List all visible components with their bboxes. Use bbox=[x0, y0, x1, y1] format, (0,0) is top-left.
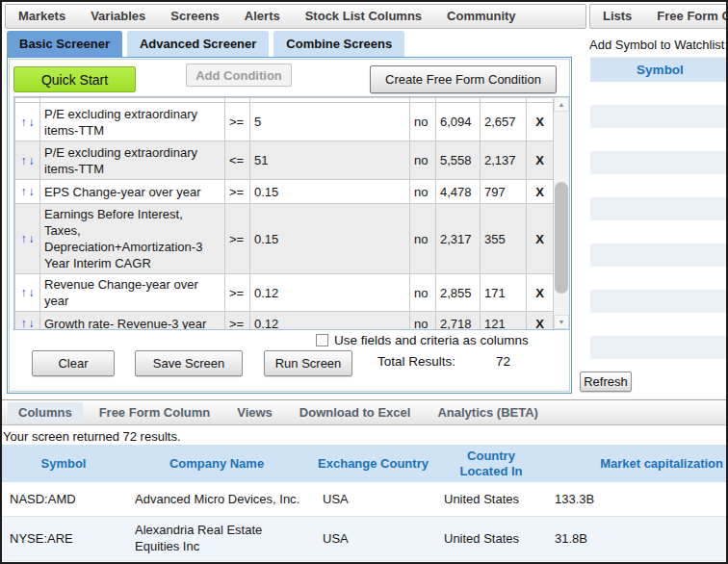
results-menu-analytics-beta[interactable]: Analytics (BETA) bbox=[427, 402, 549, 423]
condition-field: Growth rate- Revenue-3 year bbox=[40, 312, 225, 331]
menu-item-stock-list-columns[interactable]: Stock List Columns bbox=[293, 5, 434, 28]
condition-field: Revenue Change-year over year bbox=[40, 274, 225, 312]
delete-condition-button[interactable]: X bbox=[527, 274, 554, 312]
menu-item-lists[interactable]: Lists bbox=[590, 5, 644, 28]
result-market_capitalization: 133.3B bbox=[544, 482, 726, 516]
delete-condition-button[interactable]: X bbox=[527, 141, 554, 180]
condition-flag: no bbox=[410, 274, 436, 312]
delete-condition-button[interactable]: X bbox=[527, 103, 554, 141]
quick-start-button[interactable]: Quick Start bbox=[13, 66, 136, 92]
scroll-down-icon[interactable]: ▼ bbox=[554, 315, 569, 329]
move-up-icon[interactable]: ↑ bbox=[20, 286, 28, 299]
results-menu-download-to-excel[interactable]: Download to Excel bbox=[289, 402, 422, 423]
results-menubar: ColumnsFree Form ColumnViewsDownload to … bbox=[2, 399, 726, 425]
condition-count-universe: 6,094 bbox=[436, 103, 481, 141]
results-header-company-name[interactable]: Company Name bbox=[125, 445, 308, 482]
results-section: SymbolCompany NameExchange CountryCountr… bbox=[2, 445, 726, 561]
tab-basic-screener[interactable]: Basic Screener bbox=[7, 31, 122, 57]
results-header-exchange-country[interactable]: Exchange Country bbox=[308, 445, 438, 482]
results-row[interactable]: NYSE:AREAlexandria Real Estate Equities … bbox=[2, 516, 726, 560]
move-up-icon[interactable]: ↑ bbox=[20, 185, 28, 198]
total-results-label: Total Results: bbox=[377, 354, 455, 369]
menu-item-screens[interactable]: Screens bbox=[158, 5, 232, 28]
condition-flag: no bbox=[410, 180, 436, 204]
watchlist-row bbox=[590, 220, 728, 244]
save-screen-button[interactable]: Save Screen bbox=[135, 350, 243, 376]
result-company_name: Alexandria Real Estate Equities Inc bbox=[125, 516, 308, 560]
run-screen-button[interactable]: Run Screen bbox=[264, 350, 352, 376]
menu-item-free-form-column[interactable]: Free Form Column bbox=[644, 5, 728, 28]
delete-condition-button[interactable]: X bbox=[527, 180, 554, 204]
results-menu-free-form-column[interactable]: Free Form Column bbox=[89, 402, 221, 423]
result-country_located_in: United States bbox=[438, 516, 544, 560]
refresh-button[interactable]: Refresh bbox=[580, 372, 632, 392]
results-header-symbol[interactable]: Symbol bbox=[2, 445, 125, 482]
move-up-icon[interactable]: ↑ bbox=[20, 317, 28, 330]
condition-row: ↑↓P/E excluding extraordinary items-TTM<… bbox=[15, 141, 554, 180]
menu-item-variables[interactable]: Variables bbox=[78, 5, 158, 28]
condition-operator: >= bbox=[225, 180, 250, 204]
condition-operator: >= bbox=[225, 312, 250, 331]
clear-button[interactable]: Clear bbox=[32, 350, 115, 376]
condition-count-passing: 2,137 bbox=[481, 141, 527, 180]
create-free-form-condition-button[interactable]: Create Free Form Condition bbox=[370, 65, 557, 93]
move-down-icon[interactable]: ↓ bbox=[28, 317, 36, 330]
menu-item-community[interactable]: Community bbox=[434, 5, 529, 28]
watchlist-row bbox=[590, 267, 728, 290]
condition-flag: no bbox=[410, 204, 436, 274]
results-header-country-located-in[interactable]: Country Located In bbox=[438, 445, 544, 482]
watchlist-row bbox=[590, 313, 728, 336]
watchlist-row bbox=[590, 82, 728, 105]
results-menu-views[interactable]: Views bbox=[226, 402, 283, 423]
result-company_name: Advanced Micro Devices, Inc. bbox=[125, 482, 308, 516]
results-menu-columns[interactable]: Columns bbox=[8, 402, 83, 423]
move-down-icon[interactable]: ↓ bbox=[28, 115, 36, 129]
watchlist-row bbox=[590, 174, 728, 197]
result-exchange_country: USA bbox=[308, 482, 438, 516]
condition-row: ↑↓Revenue Change-year over year>=0.12no2… bbox=[15, 274, 554, 312]
use-fields-checkbox[interactable] bbox=[316, 334, 328, 346]
menu-item-markets[interactable]: Markets bbox=[6, 5, 78, 28]
move-down-icon[interactable]: ↓ bbox=[28, 154, 36, 167]
watchlist-row bbox=[590, 105, 728, 128]
basic-screener-panel: Quick Start Add Condition Create Free Fo… bbox=[7, 57, 572, 394]
app-window: MarketsVariablesScreensAlertsStock List … bbox=[0, 0, 728, 564]
basic-screener-panel-inner: Quick Start Add Condition Create Free Fo… bbox=[9, 59, 570, 392]
results-row[interactable]: NASD:AMDAdvanced Micro Devices, Inc.USAU… bbox=[2, 482, 726, 516]
watchlist-row bbox=[590, 244, 728, 267]
scroll-up-icon[interactable]: ▲ bbox=[554, 97, 569, 112]
results-header-market-capitalization[interactable]: Market capitalization bbox=[544, 445, 726, 482]
move-down-icon[interactable]: ↓ bbox=[28, 185, 36, 198]
condition-operator: >= bbox=[225, 204, 250, 274]
use-fields-row: Use fields and criteria as columns bbox=[316, 333, 529, 347]
move-up-icon[interactable]: ↑ bbox=[20, 232, 28, 245]
watchlist-row bbox=[590, 128, 728, 151]
delete-condition-button[interactable]: X bbox=[527, 204, 554, 274]
conditions-grid: ↑↓P/E excluding extraordinary items-TTM>… bbox=[14, 97, 554, 330]
watchlist-symbol-header[interactable]: Symbol bbox=[590, 57, 728, 82]
move-down-icon[interactable]: ↓ bbox=[28, 232, 36, 245]
move-down-icon[interactable]: ↓ bbox=[28, 286, 36, 299]
scrollbar-thumb[interactable] bbox=[555, 182, 568, 294]
delete-condition-button[interactable]: X bbox=[527, 312, 554, 331]
tab-advanced-screener[interactable]: Advanced Screener bbox=[127, 31, 269, 57]
condition-flag: no bbox=[410, 312, 436, 331]
conditions-table: ↑↓P/E excluding extraordinary items-TTM>… bbox=[13, 96, 570, 330]
add-condition-button[interactable]: Add Condition bbox=[186, 64, 292, 87]
condition-value: 5 bbox=[250, 103, 410, 141]
condition-count-universe: 2,855 bbox=[436, 274, 481, 312]
condition-value: 0.12 bbox=[250, 274, 410, 312]
condition-field: Earnings Before Interest, Taxes, Depreci… bbox=[40, 204, 225, 274]
top-menubar-right: ListsFree Form Column bbox=[589, 4, 728, 29]
menu-item-alerts[interactable]: Alerts bbox=[232, 5, 293, 28]
condition-count-passing: 121 bbox=[481, 312, 527, 331]
condition-row: ↑↓EPS Change-year over year>=0.15no4,478… bbox=[15, 180, 554, 204]
tab-combine-screens[interactable]: Combine Screens bbox=[273, 31, 404, 57]
move-up-icon[interactable]: ↑ bbox=[20, 154, 28, 167]
condition-count-universe: 2,317 bbox=[436, 204, 481, 274]
move-up-icon[interactable]: ↑ bbox=[20, 115, 28, 129]
add-symbol-to-watchlist-label: Add Symbol to Watchlist: bbox=[589, 38, 728, 52]
watchlist-row bbox=[590, 151, 728, 174]
results-table: SymbolCompany NameExchange CountryCountr… bbox=[2, 445, 726, 561]
conditions-scrollbar[interactable]: ▲ ▼ bbox=[553, 97, 569, 329]
